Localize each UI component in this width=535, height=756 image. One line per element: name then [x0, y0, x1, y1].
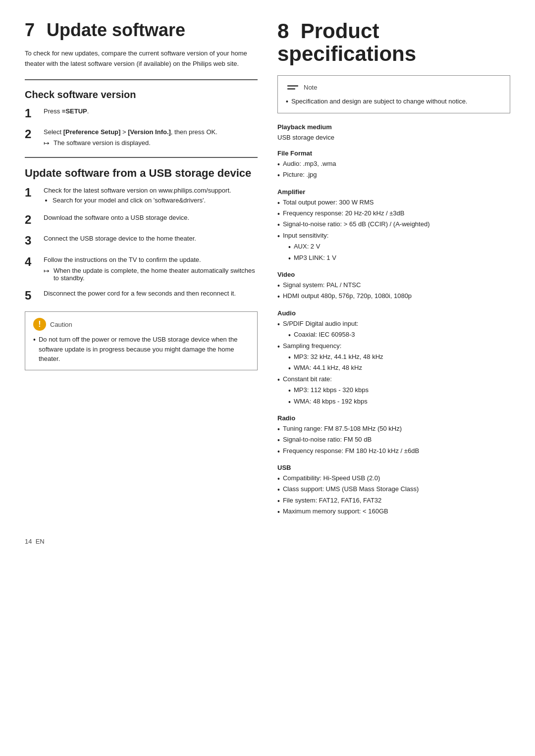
spec-amp-freq: Frequency response: 20 Hz-20 kHz / ±3dB: [277, 208, 510, 219]
spec-radio-snr: Signal-to-noise ratio: FM 50 dB: [277, 435, 510, 446]
spec-radio-tuning: Tuning range: FM 87.5-108 MHz (50 kHz): [277, 424, 510, 435]
check-step-2-note: The software version is displayed.: [44, 139, 258, 147]
check-step-2-number: 2: [25, 127, 39, 142]
spec-amplifier-label: Amplifier: [277, 188, 510, 196]
usb-step-1-content: Check for the latest software version on…: [44, 186, 258, 205]
spec-radio: Radio Tuning range: FM 87.5-108 MHz (50 …: [277, 414, 510, 457]
spec-usb-max: Maximum memory support: < 160GB: [277, 506, 510, 517]
spec-usb-compat: Compatibility: Hi-Speed USB (2.0): [277, 473, 510, 484]
usb-step-4-note: When the update is complete, the home th…: [44, 267, 258, 282]
update-usb-section: Update software from a USB storage devic…: [25, 167, 258, 303]
check-step-2-content: Select [Preference Setup] > [Version Inf…: [44, 127, 258, 147]
usb-step-4-text: Follow the instructions on the TV to con…: [44, 255, 258, 265]
spec-usb-list: Compatibility: Hi-Speed USB (2.0) Class …: [277, 473, 510, 518]
divider1: [25, 79, 258, 80]
spec-video-signal: Signal system: PAL / NTSC: [277, 280, 510, 291]
usb-step-4: 4 Follow the instructions on the TV to c…: [25, 255, 258, 282]
spec-audio-coaxial: Coaxial: IEC 60958-3: [288, 330, 510, 341]
usb-step-4-content: Follow the instructions on the TV to con…: [44, 255, 258, 282]
check-step-1: 1 Press ≡SETUP.: [25, 106, 258, 121]
caution-label: Caution: [50, 320, 72, 330]
spec-video-hdmi: HDMI output 480p, 576p, 720p, 1080i, 108…: [277, 291, 510, 302]
chapter7-header: 7 Update software: [25, 20, 258, 41]
spec-audio-sampling-label: Sampling frequency:: [277, 341, 510, 352]
usb-step-1: 1 Check for the latest software version …: [25, 186, 258, 205]
check-step-1-content: Press ≡SETUP.: [44, 106, 258, 116]
usb-step-5-text: Disconnect the power cord for a few seco…: [44, 289, 258, 299]
spec-audio-spdif-sub: Coaxial: IEC 60958-3: [277, 330, 510, 341]
spec-video-label: Video: [277, 271, 510, 278]
chapter7-intro: To check for new updates, compare the cu…: [25, 49, 258, 69]
spec-file-format-picture: Picture: .jpg: [277, 170, 510, 181]
check-software-section: Check software version 1 Press ≡SETUP. 2…: [25, 89, 258, 147]
chapter7-number: 7: [25, 20, 35, 41]
spec-playback-value: USB storage device: [277, 133, 510, 143]
spec-video-list: Signal system: PAL / NTSC HDMI output 48…: [277, 280, 510, 302]
caution-icon: !: [33, 318, 46, 331]
spec-amplifier: Amplifier Total output power: 300 W RMS …: [277, 188, 510, 264]
update-usb-title: Update software from a USB storage devic…: [25, 167, 258, 180]
check-version-title: Check software version: [25, 89, 258, 101]
check-step-1-number: 1: [25, 106, 39, 121]
page-number: 14: [25, 538, 32, 545]
spec-audio-wma-freq: WMA: 44.1 kHz, 48 kHz: [288, 363, 510, 374]
spec-amp-input: Input sensitivity:: [277, 231, 510, 242]
usb-step-4-number: 4: [25, 255, 39, 269]
note-label: Note: [304, 83, 317, 93]
usb-step-3-content: Connect the USB storage device to the ho…: [44, 234, 258, 244]
note-box-header: Note: [286, 82, 502, 93]
caution-text: Do not turn off the power or remove the …: [33, 335, 249, 364]
note-icon: [286, 82, 300, 93]
spec-audio-bitrate-label: Constant bit rate:: [277, 374, 510, 385]
chapter8-title: Productspecifications: [277, 19, 416, 65]
spec-audio-wma-bitrate: WMA: 48 kbps - 192 kbps: [288, 397, 510, 407]
spec-audio-list: S/PDIF Digital audio input:: [277, 319, 510, 330]
spec-amp-power: Total output power: 300 W RMS: [277, 198, 510, 208]
spec-radio-list: Tuning range: FM 87.5-108 MHz (50 kHz) S…: [277, 424, 510, 457]
spec-amp-snr: Signal-to-noise ratio: > 65 dB (CCIR) / …: [277, 219, 510, 230]
spec-file-format-audio: Audio: .mp3, .wma: [277, 159, 510, 170]
spec-radio-freq: Frequency response: FM 180 Hz-10 kHz / ±…: [277, 446, 510, 457]
spec-file-format: File Format Audio: .mp3, .wma Picture: .…: [277, 150, 510, 181]
spec-audio-mp3-freq: MP3: 32 kHz, 44.1 kHz, 48 kHz: [288, 352, 510, 363]
page-lang: EN: [36, 538, 45, 545]
setup-key: ≡SETUP: [62, 107, 87, 115]
chapter7-title: Update software: [47, 20, 185, 41]
usb-step-2-content: Download the software onto a USB storage…: [44, 213, 258, 223]
note-box: Note Specification and design are subjec…: [277, 75, 510, 113]
caution-content: Do not turn off the power or remove the …: [39, 335, 249, 364]
check-step-2-text: Select [Preference Setup] > [Version Inf…: [44, 127, 258, 137]
specs-container: Playback medium USB storage device File …: [277, 123, 510, 517]
spec-audio-bitrate: Constant bit rate:: [277, 374, 510, 385]
usb-step-2-text: Download the software onto a USB storage…: [44, 213, 258, 223]
note-text: Specification and design are subject to …: [286, 97, 502, 107]
note-icon-lines: [287, 85, 298, 90]
spec-usb-fs: File system: FAT12, FAT16, FAT32: [277, 496, 510, 506]
spec-playback-label: Playback medium: [277, 123, 510, 131]
note-icon-line2: [287, 88, 295, 90]
spec-usb: USB Compatibility: Hi-Speed USB (2.0) Cl…: [277, 464, 510, 518]
page-footer: 14 EN: [25, 538, 510, 545]
chapter8-title-block: 8 Productspecifications: [277, 20, 510, 65]
caution-header: ! Caution: [33, 318, 249, 331]
pref-setup-label: [Preference Setup]: [63, 128, 121, 136]
usb-step-3-text: Connect the USB storage device to the ho…: [44, 234, 258, 244]
right-column: 8 Productspecifications Note Specificati…: [277, 20, 510, 518]
divider2: [25, 157, 258, 158]
spec-audio-spdif: S/PDIF Digital audio input:: [277, 319, 510, 330]
version-info-label: [Version Info.]: [128, 128, 171, 136]
usb-step-3: 3 Connect the USB storage device to the …: [25, 234, 258, 248]
usb-step-2-number: 2: [25, 213, 39, 227]
spec-audio: Audio S/PDIF Digital audio input: Coaxia…: [277, 309, 510, 407]
spec-audio-sampling-sub: MP3: 32 kHz, 44.1 kHz, 48 kHz WMA: 44.1 …: [277, 352, 510, 374]
spec-amp-mp3link: MP3 LINK: 1 V: [288, 253, 510, 264]
spec-amp-input-list: AUX: 2 V MP3 LINK: 1 V: [277, 242, 510, 264]
note-content: Specification and design are subject to …: [291, 97, 468, 106]
spec-usb-label: USB: [277, 464, 510, 471]
chapter8-number: 8: [277, 19, 289, 43]
spec-amplifier-list: Total output power: 300 W RMS Frequency …: [277, 198, 510, 242]
spec-playback: Playback medium USB storage device: [277, 123, 510, 143]
check-step-2: 2 Select [Preference Setup] > [Version I…: [25, 127, 258, 147]
usb-step-1-number: 1: [25, 186, 39, 200]
left-column: 7 Update software To check for new updat…: [25, 20, 258, 518]
